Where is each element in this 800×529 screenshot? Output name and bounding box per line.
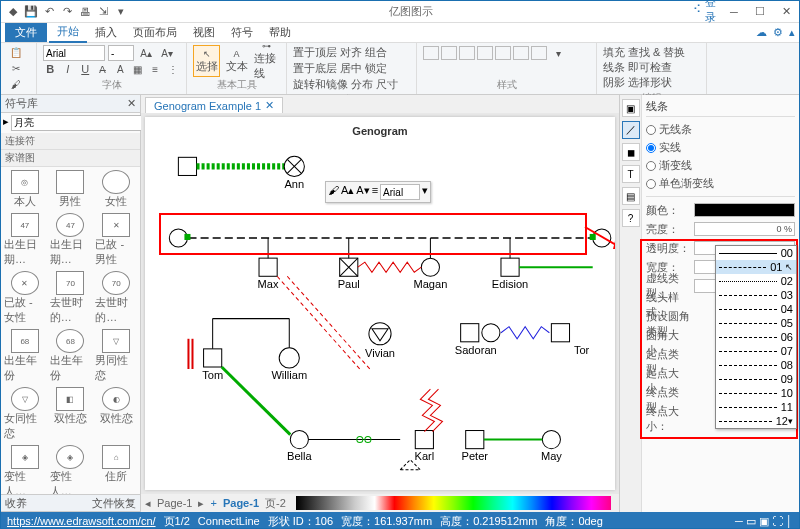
style-swatch[interactable]	[459, 46, 475, 60]
dash-option[interactable]: 04	[716, 302, 796, 316]
shape-death-age-m[interactable]: 70去世时的…	[49, 270, 93, 326]
lib-recover[interactable]: 文件恢复	[92, 496, 136, 511]
dash-option[interactable]: 03	[716, 288, 796, 302]
dash-option[interactable]: 08	[716, 358, 796, 372]
shape-bi-m[interactable]: ◧双性恋	[49, 386, 93, 442]
shape-self[interactable]: ◎本人	[3, 169, 47, 210]
close-button[interactable]: ✕	[773, 2, 799, 22]
bring-front-button[interactable]: 置于顶层	[293, 45, 337, 60]
float-font-select[interactable]	[380, 184, 420, 200]
page-nav-next[interactable]: ▸	[198, 497, 204, 510]
style-swatch[interactable]	[513, 46, 529, 60]
qat-print-icon[interactable]: 🖶	[77, 4, 93, 20]
tab-close-icon[interactable]: ✕	[265, 99, 274, 112]
highlight-button[interactable]: ▦	[131, 61, 146, 77]
grow-font-button[interactable]: A▴	[137, 45, 155, 61]
status-url[interactable]: https://www.edrawsoft.com/cn/	[7, 515, 156, 527]
dash-option[interactable]: 10	[716, 386, 796, 400]
dash-option[interactable]: 02	[716, 274, 796, 288]
text-tool[interactable]: A文本	[223, 45, 250, 77]
shadow-button[interactable]: 阴影	[603, 75, 625, 90]
format-text-icon[interactable]: T	[622, 165, 640, 183]
style-more-button[interactable]: ▾	[549, 45, 567, 61]
shape-deceased-m[interactable]: ✕已故 - 男性	[94, 212, 138, 268]
shape-residence[interactable]: ⌂住所	[94, 444, 138, 494]
rotate-button[interactable]: 旋转和镜像	[293, 77, 348, 92]
distribute-button[interactable]: 分布	[351, 77, 373, 92]
lib-dropdown-icon[interactable]: ▸	[3, 115, 9, 131]
shape-trans-f[interactable]: ◈变性人…	[49, 444, 93, 494]
shape-byear-m[interactable]: 68出生年份	[3, 328, 47, 384]
size-button[interactable]: 尺寸	[376, 77, 398, 92]
style-swatch[interactable]	[441, 46, 457, 60]
share-icon[interactable]: ⠪	[689, 2, 705, 18]
style-swatch[interactable]	[531, 46, 547, 60]
tab-home[interactable]: 开始	[49, 22, 87, 43]
menu-collapse-icon[interactable]: ▴	[789, 26, 795, 39]
dash-option[interactable]: 01 ↖	[716, 260, 796, 274]
dash-option[interactable]: 09	[716, 372, 796, 386]
page-tab-1[interactable]: Page-1	[157, 497, 192, 509]
fill-button[interactable]: 填充	[603, 45, 625, 60]
spellcheck-button[interactable]: 即可检查	[628, 60, 672, 75]
brightness-input[interactable]: 0 %	[694, 222, 795, 236]
format-line-icon[interactable]: ／	[622, 121, 640, 139]
drawing-canvas[interactable]: Genogram Ann Max Paul Magan Edision	[145, 117, 615, 490]
find-replace-button[interactable]: 查找 & 替换	[628, 45, 685, 60]
dash-option[interactable]: 12▾	[716, 414, 796, 428]
qat-save-icon[interactable]: 💾	[23, 4, 39, 20]
page-tab-active[interactable]: Page-1	[223, 497, 259, 509]
document-tab[interactable]: Genogram Example 1✕	[145, 97, 283, 113]
symbol-search-input[interactable]	[11, 115, 144, 131]
lock-button[interactable]: 锁定	[365, 61, 387, 76]
qat-more-icon[interactable]: ▾	[113, 4, 129, 20]
align-menu[interactable]: 对齐	[340, 45, 362, 60]
line-none-radio[interactable]: 无线条	[646, 122, 795, 137]
line-gradient-radio[interactable]: 渐变线	[646, 158, 795, 173]
dash-option[interactable]: 05	[716, 316, 796, 330]
dash-option[interactable]: 00	[716, 246, 796, 260]
shape-death-age-f[interactable]: 70去世时的…	[94, 270, 138, 326]
paste-button[interactable]: 📋	[7, 45, 25, 61]
tab-view[interactable]: 视图	[185, 23, 223, 42]
floating-format-toolbar[interactable]: 🖌A▴A▾≡ ▾	[325, 181, 431, 203]
style-swatch[interactable]	[477, 46, 493, 60]
shrink-font-button[interactable]: A▾	[158, 45, 176, 61]
shape-male[interactable]: 男性	[49, 169, 93, 210]
qat-export-icon[interactable]: ⇲	[95, 4, 111, 20]
minimize-button[interactable]: ─	[721, 2, 747, 22]
dash-option[interactable]: 11	[716, 400, 796, 414]
italic-button[interactable]: I	[61, 61, 76, 77]
group-button[interactable]: 组合	[365, 45, 387, 60]
zoom-controls[interactable]: ─ ▭ ▣ ⛶ │	[735, 515, 793, 528]
strike-button[interactable]: A̶	[96, 61, 111, 77]
maximize-button[interactable]: ☐	[747, 2, 773, 22]
lib-section-connectors[interactable]: 连接符	[1, 133, 140, 150]
tab-help[interactable]: 帮助	[261, 23, 299, 42]
bold-button[interactable]: B	[43, 61, 58, 77]
settings-icon[interactable]: ⚙	[773, 26, 783, 39]
shape-bdate-f[interactable]: 47出生日期…	[49, 212, 93, 268]
shape-deceased-f[interactable]: ✕已故 - 女性	[3, 270, 47, 326]
file-menu[interactable]: 文件	[5, 23, 47, 42]
style-swatch[interactable]	[423, 46, 439, 60]
bullets-button[interactable]: ⋮	[166, 61, 181, 77]
format-painter-button[interactable]: 🖌	[7, 76, 25, 92]
page-tab-2[interactable]: 页-2	[265, 496, 286, 511]
cut-button[interactable]: ✂	[7, 61, 25, 77]
shape-female[interactable]: 女性	[94, 169, 138, 210]
login-link[interactable]: 登录	[705, 2, 721, 18]
font-name-select[interactable]	[43, 45, 105, 61]
underline-button[interactable]: U	[78, 61, 93, 77]
shape-bdate-m[interactable]: 47出生日期…	[3, 212, 47, 268]
qat-redo-icon[interactable]: ↷	[59, 4, 75, 20]
format-page-icon[interactable]: ▤	[622, 187, 640, 205]
shape-byear-f[interactable]: 68出生年份	[49, 328, 93, 384]
shape-lesbian[interactable]: ▽女同性恋	[3, 386, 47, 442]
connector-tool[interactable]: ⊶连接线	[253, 45, 280, 77]
line-color-picker[interactable]	[694, 203, 795, 217]
style-swatch[interactable]	[495, 46, 511, 60]
dash-option[interactable]: 07	[716, 344, 796, 358]
line-button[interactable]: 线条	[603, 60, 625, 75]
color-palette-strip[interactable]	[296, 496, 611, 510]
